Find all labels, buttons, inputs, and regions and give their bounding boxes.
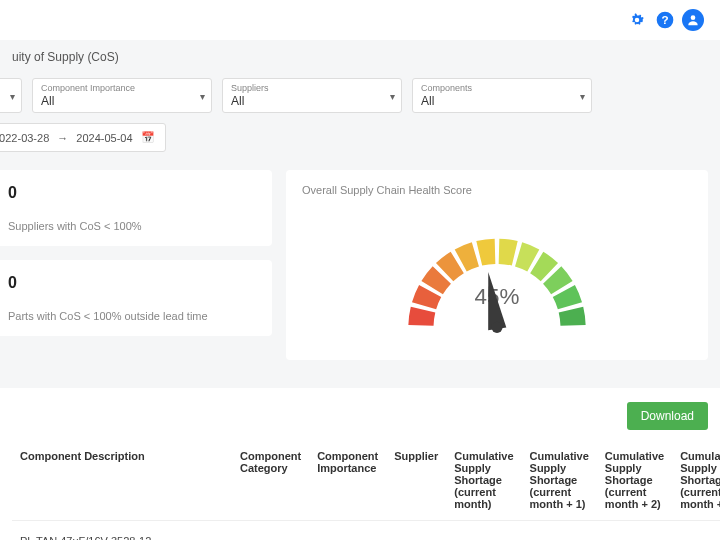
table-header: Cumulative Supply Shortage (current mont… [672, 440, 720, 521]
table-cell: Commodity [309, 521, 386, 541]
table-header: Supplier [386, 440, 446, 521]
gauge-chart: 45% [367, 206, 627, 346]
chevron-down-icon: ▾ [390, 90, 395, 101]
breadcrumb: uity of Supply (CoS) [0, 40, 720, 70]
card-suppliers-lt100: 0 Suppliers with CoS < 100% [0, 170, 272, 246]
table-header: Cumulative Supply Shortage (current mont… [597, 440, 672, 521]
table-cell: PCBA [232, 521, 309, 541]
table-cell [672, 521, 720, 541]
date-arrow-icon: → [57, 132, 68, 144]
gauge-card: Overall Supply Chain Health Score 45% [286, 170, 708, 360]
gear-icon[interactable] [626, 9, 648, 31]
shortage-table: Component DescriptionComponent CategoryC… [12, 440, 720, 540]
help-icon[interactable]: ? [654, 9, 676, 31]
table-cell [597, 521, 672, 541]
download-button[interactable]: Download [627, 402, 708, 430]
metric-label: Suppliers with CoS < 100% [8, 220, 256, 232]
filter-value: All [231, 93, 393, 108]
filter-label: Suppliers [231, 83, 393, 93]
table-header: Component Description [12, 440, 232, 521]
card-parts-lt100: 0 Parts with CoS < 100% outside lead tim… [0, 260, 272, 336]
filter-suppliers[interactable]: Suppliers All ▾ [222, 78, 402, 113]
svg-text:?: ? [661, 13, 668, 26]
svg-point-3 [491, 322, 502, 333]
summary-cards: 0 Suppliers with CoS < 100% 0 Parts with… [0, 160, 720, 370]
gauge-title: Overall Supply Chain Health Score [302, 184, 692, 196]
table-row: PL TAN 47uF/16V 3528-12 20%KEMET/T521T47… [12, 521, 720, 541]
metric-value: 0 [8, 184, 256, 202]
filter-importance[interactable]: Component Importance All ▾ [32, 78, 212, 113]
table-header: Component Category [232, 440, 309, 521]
date-to: 2024-05-04 [76, 132, 132, 144]
filter-components[interactable]: Components All ▾ [412, 78, 592, 113]
metric-value: 0 [8, 274, 256, 292]
filter-bar: ▾ Component Importance All ▾ Suppliers A… [0, 70, 720, 160]
date-from: 2022-03-28 [0, 132, 49, 144]
svg-point-2 [691, 15, 696, 20]
filter-label: Components [421, 83, 583, 93]
user-icon[interactable] [682, 9, 704, 31]
chevron-down-icon: ▾ [10, 90, 15, 101]
table-header: Cumulative Supply Shortage (current mont… [522, 440, 597, 521]
metric-label: Parts with CoS < 100% outside lead time [8, 310, 256, 322]
table-cell: 607238 [446, 521, 521, 541]
filter-value: All [41, 93, 203, 108]
filter-label: Component Importance [41, 83, 203, 93]
filter-unknown[interactable]: ▾ [0, 78, 22, 113]
table-header: Component Importance [309, 440, 386, 521]
filter-value: All [421, 93, 583, 108]
table-header: Cumulative Supply Shortage (current mont… [446, 440, 521, 521]
table-cell: KEMET [386, 521, 446, 541]
table-section: Download Component DescriptionComponent … [0, 388, 720, 540]
topbar: ? [0, 0, 720, 40]
date-range-picker[interactable]: 2022-03-28 → 2024-05-04 📅 [0, 123, 166, 152]
table-cell: PL TAN 47uF/16V 3528-12 20%KEMET/T521T47… [12, 521, 232, 541]
calendar-icon: 📅 [141, 131, 155, 144]
table-cell [522, 521, 597, 541]
chevron-down-icon: ▾ [200, 90, 205, 101]
chevron-down-icon: ▾ [580, 90, 585, 101]
